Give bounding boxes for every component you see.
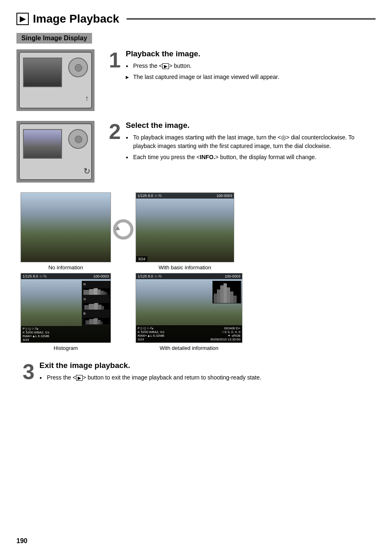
no-info-panel-wrap: No information — [21, 192, 111, 271]
svg-rect-23 — [227, 287, 230, 303]
page-title: Image Playback — [33, 12, 119, 25]
step1-content: Playback the image. Press the <▶> button… — [126, 49, 376, 84]
step2-title: Select the image. — [126, 121, 376, 130]
camera-image-1: ↑ — [16, 49, 95, 111]
basic-info-label: With basic information — [159, 264, 211, 271]
svg-rect-22 — [224, 283, 227, 303]
svg-rect-14 — [85, 320, 90, 324]
step3-row: 3 Exit the image playback. Press the <▶>… — [16, 361, 376, 384]
histogram-panel-wrap: 1/125 8.0 ☆-½ 100-0003 R G — [21, 273, 111, 351]
svg-rect-3 — [89, 289, 94, 295]
svg-rect-13 — [101, 306, 104, 310]
panels-row1: No information 1/125 8.0 ☆-½ 100-0003 3/… — [21, 192, 376, 271]
step1-bullet-2: The last captured image or last image vi… — [126, 73, 376, 81]
step1-images: ↑ — [16, 49, 95, 111]
detailed-info-label: With detailed information — [159, 345, 218, 351]
step2-row: ↺ 2 Select the image. To playback images… — [16, 121, 376, 183]
section-header: Single Image Display — [16, 33, 376, 49]
step1-title: Playback the image. — [126, 49, 376, 58]
step1-number: 1 — [103, 49, 121, 71]
step3-bullet-1: Press the <▶> button to exit the image p… — [39, 373, 376, 382]
svg-rect-17 — [97, 320, 101, 324]
step1-bullet-1: Press the <▶> button. — [126, 62, 376, 70]
step3-bullets: Press the <▶> button to exit the image p… — [39, 373, 376, 382]
basic-info-panel-wrap: 1/125 8.0 ☆-½ 100-0003 3/24 With basic i… — [136, 192, 234, 271]
svg-rect-18 — [100, 322, 103, 324]
step2-bullets: To playback images starting with the las… — [126, 133, 376, 162]
svg-rect-19 — [214, 294, 217, 303]
step2-bullet-2: Each time you press the <INFO.> button, … — [126, 153, 376, 162]
no-info-label: No information — [48, 264, 83, 271]
svg-rect-21 — [220, 285, 224, 303]
step2-number: 2 — [103, 121, 121, 142]
basic-info-counter: 3/24 — [138, 257, 145, 261]
histogram-label: Histogram — [53, 345, 78, 351]
detailed-info-panel-wrap: 1/125 8.0 ☆-½ 100-0003 — [136, 273, 242, 351]
page-title-bar: ▶ Image Playback — [16, 12, 376, 25]
svg-rect-6 — [100, 291, 104, 295]
step1-row: ↑ 1 Playback the image. Press the <▶> bu… — [16, 49, 376, 111]
svg-rect-24 — [230, 292, 233, 303]
step3-content: Exit the image playback. Press the <▶> b… — [39, 361, 376, 384]
svg-rect-8 — [105, 292, 107, 295]
step1-bullets: Press the <▶> button. The last captured … — [126, 62, 376, 81]
svg-rect-9 — [84, 305, 89, 310]
svg-rect-5 — [97, 289, 101, 295]
step3-number: 3 — [16, 361, 35, 382]
step2-content: Select the image. To playback images sta… — [126, 121, 376, 164]
basic-info-top-right: 100-0003 — [217, 194, 232, 198]
svg-rect-12 — [98, 305, 101, 310]
svg-rect-16 — [94, 318, 98, 324]
svg-rect-11 — [94, 303, 98, 310]
detailed-info-panel: 1/125 8.0 ☆-½ 100-0003 — [136, 273, 242, 343]
basic-info-panel: 1/125 8.0 ☆-½ 100-0003 3/24 — [136, 192, 234, 262]
svg-rect-2 — [83, 290, 90, 295]
step3-title: Exit the image playback. — [39, 361, 376, 370]
svg-rect-20 — [217, 289, 220, 303]
camera-image-2: ↺ — [16, 121, 95, 183]
svg-rect-4 — [94, 288, 98, 295]
svg-rect-15 — [89, 319, 94, 324]
title-icon: ▶ — [16, 13, 29, 25]
histogram-panel: 1/125 8.0 ☆-½ 100-0003 R G — [21, 273, 111, 343]
step2-bullet-1: To playback images starting with the las… — [126, 133, 376, 150]
svg-rect-25 — [233, 296, 237, 303]
cycle-arrow-icon — [111, 215, 136, 244]
no-info-panel — [21, 192, 111, 262]
page-number: 190 — [16, 537, 28, 545]
title-rule — [127, 18, 376, 20]
basic-info-top-left: 1/125 8.0 ☆-½ — [138, 194, 162, 198]
panels-row2: 1/125 8.0 ☆-½ 100-0003 R G — [21, 273, 376, 351]
panel-arrow — [111, 192, 136, 244]
step2-images: ↺ — [16, 121, 95, 183]
svg-rect-10 — [89, 304, 95, 310]
